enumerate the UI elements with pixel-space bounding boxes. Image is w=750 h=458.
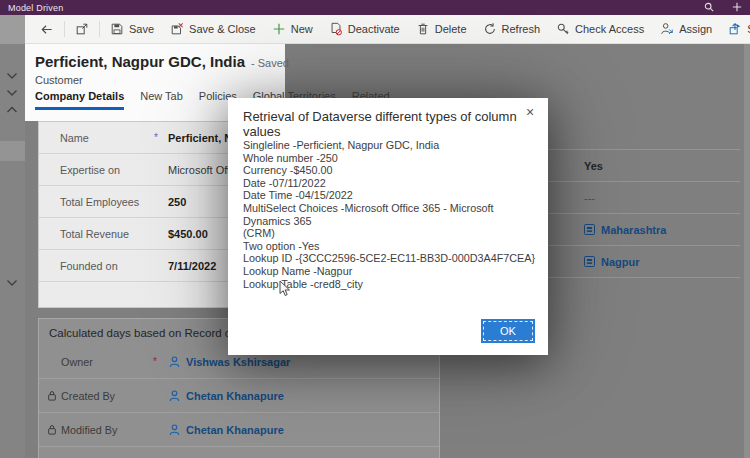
field-row-empty[interactable]: --- (548, 182, 740, 214)
field-label: Founded on (60, 260, 154, 272)
mouse-cursor (279, 280, 291, 297)
popout-button[interactable] (67, 15, 97, 43)
share-button[interactable]: Share (720, 15, 750, 43)
assign-person-icon (660, 22, 674, 36)
field-row-created-by[interactable]: Created By Chetan Khanapure (39, 379, 439, 413)
dataverse-values-dialog: Retrieval of Dataverse different types o… (228, 98, 548, 355)
lock-icon-wrap (47, 424, 61, 435)
field-value: --- (584, 192, 595, 204)
chevron-down-icon[interactable] (6, 279, 18, 287)
field-label: Expertise on (60, 164, 154, 176)
created-by-name: Chetan Khanapure (186, 390, 284, 402)
lock-icon (47, 390, 57, 401)
chevron-up-icon[interactable] (6, 106, 18, 114)
assign-button[interactable]: Assign (652, 15, 720, 43)
deactivate-icon (329, 22, 343, 36)
modified-by-link[interactable]: Chetan Khanapure (169, 424, 284, 436)
field-label: Modified By (61, 424, 153, 436)
delete-label: Delete (435, 23, 467, 35)
popout-icon (75, 22, 89, 36)
owner-name: Vishwas Kshirsagar (186, 356, 290, 368)
lookup-link[interactable]: Nagpur (584, 256, 640, 268)
share-icon (728, 22, 742, 36)
field-value: Yes (584, 160, 603, 172)
right-column-fields: Yes --- Maharashtra Nagpu (548, 149, 740, 278)
new-label: New (291, 23, 313, 35)
save-and-close-button[interactable]: Save & Close (162, 15, 264, 43)
lookup-value: Maharashtra (601, 224, 666, 236)
add-icon[interactable] (732, 2, 742, 12)
new-button[interactable]: New (264, 15, 321, 43)
tab-company-details[interactable]: Company Details (35, 90, 124, 110)
save-status: - Saved (251, 57, 289, 69)
save-and-close-icon (170, 22, 184, 36)
modified-by-name: Chetan Khanapure (186, 424, 284, 436)
record-icon (584, 224, 595, 235)
assign-label: Assign (679, 23, 712, 35)
created-by-link[interactable]: Chetan Khanapure (169, 390, 284, 402)
field-row-modified-by[interactable]: Modified By Chetan Khanapure (39, 413, 439, 447)
ok-button[interactable]: OK (483, 321, 533, 341)
refresh-button[interactable]: Refresh (475, 15, 549, 43)
lookup-link[interactable]: Maharashtra (584, 224, 666, 236)
deactivate-button[interactable]: Deactivate (321, 15, 408, 43)
field-value[interactable]: $450.00 (168, 228, 208, 240)
divider (64, 21, 65, 37)
chevron-down-icon[interactable] (6, 89, 18, 97)
field-value[interactable]: 7/11/2022 (168, 260, 216, 272)
lock-icon (47, 424, 57, 435)
page-title: Perficient, Nagpur GDC, India- Saved (35, 53, 289, 70)
lock-icon-wrap (47, 390, 61, 401)
new-plus-icon (272, 22, 286, 36)
dialog-body-text: Singleline -Perficient, Nagpur GDC, Indi… (243, 139, 537, 290)
chevron-down-icon[interactable] (6, 72, 18, 80)
check-access-label: Check Access (575, 23, 644, 35)
field-label: Total Revenue (60, 228, 154, 240)
collapsed-sidebar (0, 15, 25, 458)
field-label: Created By (61, 390, 153, 402)
save-icon (110, 22, 124, 36)
field-row-two-option[interactable]: Yes (548, 150, 740, 182)
app-window: Model Driven (0, 0, 750, 458)
owner-link[interactable]: Vishwas Kshirsagar (169, 356, 290, 368)
field-row-city-lookup[interactable]: Nagpur (548, 246, 740, 278)
divider (99, 21, 100, 37)
person-icon (169, 390, 180, 402)
delete-button[interactable]: Delete (408, 15, 475, 43)
check-access-key-icon (556, 22, 570, 36)
tab-new-tab[interactable]: New Tab (140, 90, 183, 110)
refresh-label: Refresh (502, 23, 541, 35)
field-row-state-lookup[interactable]: Maharashtra (548, 214, 740, 246)
required-asterisk: * (153, 356, 169, 367)
save-and-close-label: Save & Close (189, 23, 256, 35)
entity-type-label: Customer (35, 74, 83, 86)
app-title: Model Driven (8, 3, 63, 13)
top-app-bar: Model Driven (0, 0, 750, 15)
field-value[interactable]: 250 (168, 196, 186, 208)
search-icon[interactable] (704, 2, 714, 12)
record-icon (584, 256, 595, 267)
save-label: Save (129, 23, 154, 35)
command-bar: Save Save & Close New Deactivate (25, 15, 750, 44)
field-label: Name (60, 132, 154, 144)
back-arrow-icon (39, 22, 54, 37)
field-label: Total Employees (60, 196, 154, 208)
save-button[interactable]: Save (102, 15, 162, 43)
record-name: Perficient, Nagpur GDC, India (35, 53, 245, 70)
lookup-value: Nagpur (601, 256, 640, 268)
close-icon[interactable]: × (522, 104, 538, 120)
delete-trash-icon (416, 22, 430, 36)
dialog-title: Retrieval of Dataverse different types o… (243, 109, 523, 139)
field-label: Owner (61, 356, 153, 368)
required-asterisk: * (154, 132, 168, 143)
scrollbar[interactable] (744, 44, 750, 458)
refresh-icon (483, 22, 497, 36)
back-button[interactable] (31, 15, 62, 43)
person-icon (169, 356, 180, 368)
sidebar-selected-item[interactable] (0, 141, 25, 161)
deactivate-label: Deactivate (348, 23, 400, 35)
check-access-button[interactable]: Check Access (548, 15, 652, 43)
person-icon (169, 424, 180, 436)
